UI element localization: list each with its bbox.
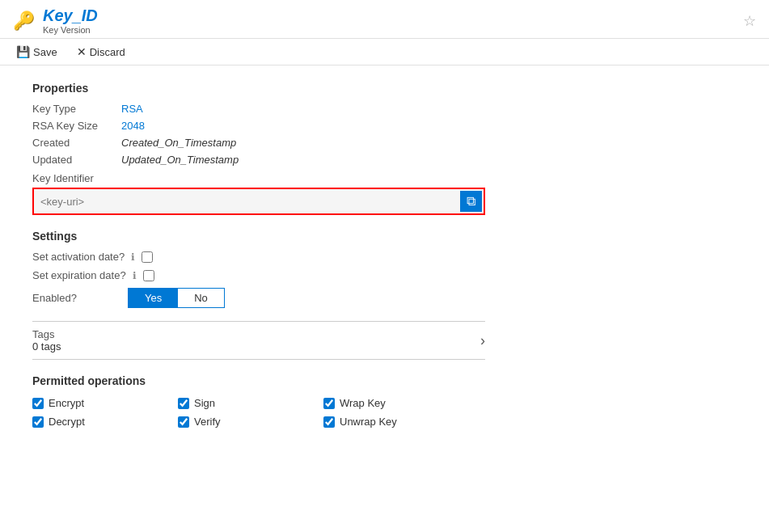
operation-label: Unwrap Key <box>340 416 397 428</box>
operation-label: Wrap Key <box>340 397 386 409</box>
updated-label: Updated <box>32 154 121 166</box>
no-toggle-button[interactable]: No <box>178 289 224 307</box>
key-type-value: RSA <box>121 103 143 115</box>
yes-toggle-button[interactable]: Yes <box>129 289 178 307</box>
copy-key-uri-button[interactable]: ⧉ <box>460 191 482 212</box>
expiration-date-row: Set expiration date? ℹ <box>32 269 737 281</box>
operation-label: Verify <box>194 416 221 428</box>
operation-checkbox[interactable] <box>32 416 44 428</box>
header: 🔑 Key_ID Key Version ☆ <box>0 0 769 39</box>
rsa-key-size-row: RSA Key Size 2048 <box>32 120 737 132</box>
activation-date-checkbox[interactable] <box>142 251 153 263</box>
operation-row: Wrap Key <box>323 397 469 409</box>
operation-label: Sign <box>194 397 215 409</box>
enabled-toggle-group: Yes No <box>128 288 225 308</box>
key-version-subtitle: Key Version <box>43 25 98 35</box>
enabled-row: Enabled? Yes No <box>32 288 737 308</box>
discard-button[interactable]: ✕ Discard <box>74 44 129 60</box>
operation-label: Encrypt <box>49 397 84 409</box>
rsa-key-size-label: RSA Key Size <box>32 120 121 132</box>
toolbar: 💾 Save ✕ Discard <box>0 39 769 65</box>
permitted-operations-title: Permitted operations <box>32 374 737 387</box>
expiration-date-checkbox[interactable] <box>143 270 154 281</box>
save-icon: 💾 <box>16 45 30 58</box>
key-type-label: Key Type <box>32 103 121 115</box>
header-left: 🔑 Key_ID Key Version <box>13 6 98 35</box>
expiration-info-icon[interactable]: ℹ <box>133 270 137 281</box>
tags-expand-icon[interactable]: › <box>480 332 485 349</box>
tags-section: Tags 0 tags › <box>32 321 485 360</box>
operation-checkbox[interactable] <box>178 398 189 409</box>
operation-row: Sign <box>178 397 323 409</box>
operation-row: Decrypt <box>32 416 178 428</box>
operation-row: Unwrap Key <box>323 416 469 428</box>
updated-value: Updated_On_Timestamp <box>121 154 239 166</box>
activation-date-label: Set activation date? <box>32 251 125 263</box>
activation-info-icon[interactable]: ℹ <box>131 251 135 263</box>
page-title: Key_ID <box>43 6 98 25</box>
pin-icon[interactable]: ☆ <box>743 12 756 30</box>
save-button[interactable]: 💾 Save <box>13 44 61 60</box>
key-type-row: Key Type RSA <box>32 103 737 115</box>
operation-row: Encrypt <box>32 397 178 409</box>
operation-checkbox[interactable] <box>178 416 189 428</box>
activation-date-row: Set activation date? ℹ <box>32 251 737 263</box>
permitted-operations-section: Permitted operations EncryptSignWrap Key… <box>32 374 737 428</box>
main-content: Properties Key Type RSA RSA Key Size 204… <box>0 65 769 525</box>
updated-row: Updated Updated_On_Timestamp <box>32 154 737 166</box>
created-row: Created Created_On_Timestamp <box>32 137 737 149</box>
operation-checkbox[interactable] <box>32 398 44 409</box>
created-label: Created <box>32 137 121 149</box>
operation-row: Verify <box>178 416 323 428</box>
rsa-key-size-value: 2048 <box>121 120 145 132</box>
key-uri-input[interactable] <box>36 192 460 211</box>
settings-section-title: Settings <box>32 230 737 243</box>
operation-checkbox[interactable] <box>323 416 335 428</box>
key-icon: 🔑 <box>13 11 35 32</box>
properties-section-title: Properties <box>32 82 737 95</box>
settings-section: Settings Set activation date? ℹ Set expi… <box>32 230 737 308</box>
tags-left: Tags 0 tags <box>32 328 61 353</box>
operation-checkbox[interactable] <box>323 398 335 409</box>
expiration-date-label: Set expiration date? <box>32 269 126 281</box>
operations-grid: EncryptSignWrap KeyDecryptVerifyUnwrap K… <box>32 397 737 428</box>
enabled-label: Enabled? <box>32 292 121 304</box>
key-identifier-label: Key Identifier <box>32 172 737 184</box>
copy-icon: ⧉ <box>467 194 475 209</box>
created-value: Created_On_Timestamp <box>121 137 236 149</box>
key-uri-row: ⧉ <box>32 188 485 215</box>
discard-icon: ✕ <box>77 45 87 58</box>
tags-label: Tags <box>32 328 61 340</box>
tags-count: 0 tags <box>32 340 61 353</box>
title-block: Key_ID Key Version <box>43 6 98 35</box>
operation-label: Decrypt <box>49 416 85 428</box>
